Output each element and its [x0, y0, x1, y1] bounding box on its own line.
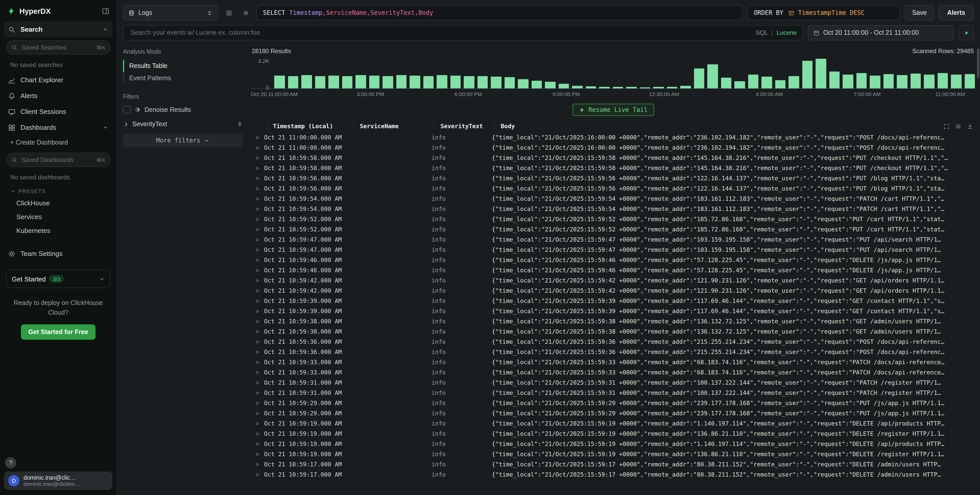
histogram-bar[interactable]	[775, 80, 786, 88]
histogram-bar[interactable]	[761, 77, 772, 88]
source-select[interactable]: Logs	[123, 5, 218, 21]
saved-searches-input[interactable]: ⌘K	[6, 40, 110, 55]
log-row[interactable]: >Oct 21 10:59:17.000 AMinfo{"time_local"…	[251, 470, 976, 480]
histogram-bar[interactable]	[545, 82, 555, 88]
log-row[interactable]: >Oct 21 10:59:36.000 AMinfo{"time_local"…	[251, 347, 976, 357]
get-started-free-button[interactable]: Get Started for Free	[21, 325, 95, 340]
histogram-bar[interactable]	[423, 76, 434, 88]
histogram-bar[interactable]	[640, 87, 650, 88]
histogram-bar[interactable]	[315, 76, 325, 88]
row-expand-chevron[interactable]: >	[251, 450, 264, 458]
log-row[interactable]: >Oct 21 10:59:58.000 AMinfo{"time_local"…	[251, 153, 976, 163]
maximize-icon[interactable]	[944, 123, 949, 129]
row-expand-chevron[interactable]: >	[251, 471, 264, 478]
row-expand-chevron[interactable]: >	[251, 205, 264, 213]
create-dashboard-link[interactable]: + Create Dashboard	[4, 135, 112, 150]
histogram-bar[interactable]	[951, 75, 961, 88]
log-row[interactable]: >Oct 21 10:59:47.000 AMinfo{"time_local"…	[251, 234, 976, 245]
log-row[interactable]: >Oct 21 10:59:19.000 AMinfo{"time_local"…	[251, 439, 976, 449]
sidebar-collapse-icon[interactable]	[102, 8, 109, 15]
histogram-bar[interactable]	[856, 73, 867, 88]
row-expand-chevron[interactable]: >	[251, 236, 264, 243]
histogram-bar[interactable]	[328, 75, 339, 88]
log-row[interactable]: >Oct 21 10:59:42.000 AMinfo{"time_local"…	[251, 275, 976, 286]
row-expand-chevron[interactable]: >	[251, 154, 264, 161]
log-row[interactable]: >Oct 21 10:59:17.000 AMinfo{"time_local"…	[251, 459, 976, 470]
histogram-bar[interactable]	[667, 87, 677, 88]
column-header[interactable]: ⋮SeverityText	[431, 123, 492, 130]
histogram-bar[interactable]	[626, 87, 636, 88]
source-settings-button[interactable]	[240, 6, 252, 19]
sql-mode-toggle[interactable]: SQL	[756, 29, 768, 36]
sidebar-item-dashboards[interactable]: Dashboards	[4, 119, 112, 135]
histogram-bar[interactable]	[721, 78, 731, 88]
row-expand-chevron[interactable]: >	[251, 297, 264, 304]
presets-toggle[interactable]: PRESETS	[4, 185, 112, 196]
preset-services[interactable]: Services	[4, 210, 112, 224]
log-row[interactable]: >Oct 21 10:59:42.000 AMinfo{"time_local"…	[251, 286, 976, 296]
histogram-bar[interactable]	[937, 73, 948, 88]
histogram-bar[interactable]	[612, 87, 623, 88]
row-expand-chevron[interactable]: >	[251, 410, 264, 417]
histogram-bar[interactable]	[342, 76, 352, 88]
histogram-bar[interactable]	[816, 59, 826, 88]
histogram-bar[interactable]	[464, 76, 474, 88]
column-header[interactable]: ⋮ServiceName	[351, 123, 431, 130]
histogram-bar[interactable]	[870, 75, 880, 88]
columns-icon[interactable]	[956, 123, 961, 129]
row-expand-chevron[interactable]: >	[251, 430, 264, 437]
lucene-mode-toggle[interactable]: Lucene	[776, 29, 797, 36]
row-expand-chevron[interactable]: >	[251, 185, 264, 192]
log-row[interactable]: >Oct 21 10:59:54.000 AMinfo{"time_local"…	[251, 204, 976, 214]
user-menu[interactable]: D dominic.tran@clic… dominic.tran@clickh…	[4, 471, 112, 490]
row-expand-chevron[interactable]: >	[251, 175, 264, 182]
download-icon[interactable]	[967, 123, 973, 129]
saved-dashboards-field[interactable]	[21, 156, 93, 164]
log-row[interactable]: >Oct 21 10:59:19.000 AMinfo{"time_local"…	[251, 449, 976, 459]
histogram-bar[interactable]	[897, 75, 907, 88]
row-expand-chevron[interactable]: >	[251, 277, 264, 284]
row-expand-chevron[interactable]: >	[251, 379, 264, 386]
histogram-bar[interactable]	[883, 74, 894, 88]
row-expand-chevron[interactable]: >	[251, 461, 264, 468]
row-expand-chevron[interactable]: >	[251, 195, 264, 202]
row-expand-chevron[interactable]: >	[251, 256, 264, 264]
severity-filter-group[interactable]: SeverityText	[123, 121, 243, 128]
histogram-bar[interactable]	[572, 86, 582, 88]
log-row[interactable]: >Oct 21 10:59:29.000 AMinfo{"time_local"…	[251, 398, 976, 408]
row-expand-chevron[interactable]: >	[251, 349, 264, 355]
log-row[interactable]: >Oct 21 10:59:29.000 AMinfo{"time_local"…	[251, 408, 976, 419]
sidebar-item-search[interactable]: Search	[4, 21, 112, 37]
preset-kubernetes[interactable]: Kubernetes	[4, 224, 112, 237]
row-expand-chevron[interactable]: >	[251, 359, 264, 366]
log-row[interactable]: >Oct 21 10:59:47.000 AMinfo{"time_local"…	[251, 245, 976, 255]
get-started-card[interactable]: Get Started 3/3	[6, 270, 110, 288]
row-expand-chevron[interactable]: >	[251, 420, 264, 427]
row-expand-chevron[interactable]: >	[251, 440, 264, 447]
histogram-bar[interactable]	[518, 79, 528, 88]
log-row[interactable]: >Oct 21 11:00:00.000 AMinfo{"time_local"…	[251, 132, 976, 143]
saved-dashboards-input[interactable]: ⌘K	[6, 153, 110, 167]
run-query-button[interactable]	[959, 25, 974, 40]
histogram-bar[interactable]	[450, 75, 461, 88]
log-row[interactable]: >Oct 21 10:59:33.000 AMinfo{"time_local"…	[251, 357, 976, 367]
row-expand-chevron[interactable]: >	[251, 307, 264, 315]
more-filters-button[interactable]: More filters	[123, 134, 243, 147]
log-row[interactable]: >Oct 21 10:59:54.000 AMinfo{"time_local"…	[251, 194, 976, 204]
histogram-bar[interactable]	[396, 75, 407, 88]
time-range-picker[interactable]: Oct 20 11:00:00 - Oct 21 11:00:00	[808, 25, 954, 40]
histogram-bar[interactable]	[531, 80, 542, 88]
row-expand-chevron[interactable]: >	[251, 318, 264, 325]
log-row[interactable]: >Oct 21 10:59:58.000 AMinfo{"time_local"…	[251, 163, 976, 173]
histogram-bar[interactable]	[802, 60, 813, 88]
histogram-bar[interactable]	[558, 84, 569, 88]
histogram-bar[interactable]	[964, 74, 975, 88]
denoise-results-option[interactable]: Denoise Results	[123, 106, 243, 113]
lucene-search-bar[interactable]: SQL | Lucene	[123, 25, 803, 40]
log-row[interactable]: >Oct 21 10:59:33.000 AMinfo{"time_local"…	[251, 367, 976, 377]
histogram-bar[interactable]	[301, 75, 312, 88]
histogram-bar[interactable]	[410, 75, 420, 88]
row-expand-chevron[interactable]: >	[251, 246, 264, 253]
row-expand-chevron[interactable]: >	[251, 287, 264, 294]
histogram-bar[interactable]	[382, 76, 393, 88]
